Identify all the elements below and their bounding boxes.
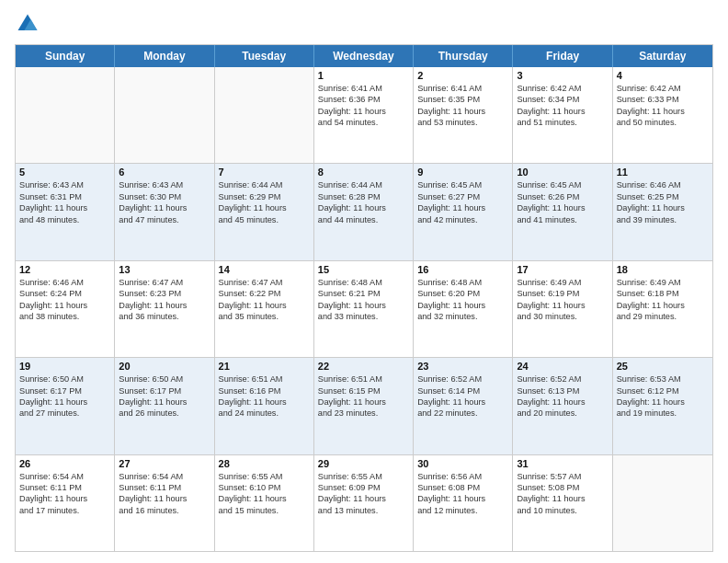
day-number: 16 [417,264,508,275]
calendar-cell-21: 21Sunrise: 6:51 AMSunset: 6:16 PMDayligh… [215,358,314,454]
cell-info-line: Daylight: 11 hours [119,396,210,408]
cell-info-line: Daylight: 11 hours [119,300,210,311]
day-number: 4 [617,70,709,81]
day-number: 23 [417,361,508,372]
logo-icon [15,11,40,37]
cell-info-line: Daylight: 11 hours [219,396,310,408]
cell-info-line: Sunrise: 6:43 AM [119,179,210,190]
cell-info-line: and 15 minutes. [219,505,310,516]
cell-info-line: Sunrise: 6:50 AM [119,373,210,385]
cell-info-line: Daylight: 11 hours [517,202,608,213]
cell-info-line: Sunset: 6:19 PM [517,288,608,299]
header-day-wednesday: Wednesday [314,45,414,67]
cell-info-line: Daylight: 11 hours [318,106,409,117]
calendar-cell-8: 8Sunrise: 6:44 AMSunset: 6:28 PMDaylight… [314,164,414,259]
cell-info-line: and 19 minutes. [617,408,709,419]
cell-info-line: Daylight: 11 hours [517,396,608,408]
calendar-body: 1Sunrise: 6:41 AMSunset: 6:36 PMDaylight… [16,67,712,551]
cell-info-line: and 30 minutes. [517,311,608,322]
cell-info-line: Sunset: 6:30 PM [119,191,210,202]
cell-info-line: Sunset: 6:13 PM [517,385,608,396]
header-day-saturday: Saturday [613,45,712,67]
cell-info-line: Sunrise: 6:44 AM [219,179,310,190]
cell-info-line: and 38 minutes. [19,311,110,322]
cell-info-line: Sunrise: 5:57 AM [517,471,608,482]
day-number: 14 [219,264,310,275]
cell-info-line: and 17 minutes. [19,505,110,516]
cell-info-line: Sunset: 6:23 PM [119,288,210,299]
cell-info-line: Sunset: 6:11 PM [119,482,210,493]
cell-info-line: Daylight: 11 hours [219,202,310,213]
cell-info-line: Sunrise: 6:46 AM [19,277,110,288]
cell-info-line: Sunset: 6:35 PM [417,94,508,105]
calendar-cell-28: 28Sunrise: 6:55 AMSunset: 6:10 PMDayligh… [215,455,314,551]
day-number: 8 [318,167,409,178]
calendar-row-1: 5Sunrise: 6:43 AMSunset: 6:31 PMDaylight… [16,163,712,259]
cell-info-line: and 26 minutes. [119,408,210,419]
cell-info-line: Daylight: 11 hours [19,493,110,504]
cell-info-line: Sunset: 6:20 PM [417,288,508,299]
calendar-cell-5: 5Sunrise: 6:43 AMSunset: 6:31 PMDaylight… [16,164,115,259]
cell-info-line: and 45 minutes. [219,214,310,225]
cell-info-line: Daylight: 11 hours [617,106,709,117]
cell-info-line: and 54 minutes. [318,117,409,128]
cell-info-line: Sunrise: 6:49 AM [517,277,608,288]
cell-info-line: Daylight: 11 hours [517,106,608,117]
cell-info-line: and 13 minutes. [318,505,409,516]
calendar-cell-12: 12Sunrise: 6:46 AMSunset: 6:24 PMDayligh… [16,261,115,357]
cell-info-line: and 36 minutes. [119,311,210,322]
cell-info-line: and 39 minutes. [617,214,709,225]
cell-info-line: and 35 minutes. [219,311,310,322]
day-number: 13 [119,264,210,275]
cell-info-line: Sunrise: 6:41 AM [318,83,409,94]
cell-info-line: and 10 minutes. [517,505,608,516]
cell-info-line: Sunrise: 6:54 AM [119,471,210,482]
logo [15,11,44,37]
cell-info-line: Sunset: 6:26 PM [517,191,608,202]
day-number: 5 [19,167,110,178]
cell-info-line: Sunrise: 6:55 AM [318,471,409,482]
cell-info-line: Sunset: 6:08 PM [417,482,508,493]
cell-info-line: Sunrise: 6:48 AM [318,277,409,288]
cell-info-line: Sunset: 6:31 PM [19,191,110,202]
calendar-cell-empty-4-6 [613,455,712,551]
day-number: 6 [119,167,210,178]
cell-info-line: and 29 minutes. [617,311,709,322]
cell-info-line: Daylight: 11 hours [417,493,508,504]
cell-info-line: Sunrise: 6:44 AM [318,179,409,190]
cell-info-line: Sunrise: 6:43 AM [19,179,110,190]
calendar-cell-25: 25Sunrise: 6:53 AMSunset: 6:12 PMDayligh… [613,358,712,454]
cell-info-line: Daylight: 11 hours [417,202,508,213]
calendar-cell-31: 31Sunrise: 5:57 AMSunset: 5:08 PMDayligh… [513,455,612,551]
cell-info-line: Sunset: 6:10 PM [219,482,310,493]
day-number: 28 [219,458,310,469]
cell-info-line: Sunrise: 6:47 AM [219,277,310,288]
cell-info-line: Sunset: 6:22 PM [219,288,310,299]
calendar-cell-empty-0-1 [115,67,214,163]
header-day-thursday: Thursday [414,45,513,67]
cell-info-line: and 47 minutes. [119,214,210,225]
cell-info-line: Sunset: 6:33 PM [617,94,709,105]
cell-info-line: Sunrise: 6:51 AM [219,373,310,385]
calendar-row-0: 1Sunrise: 6:41 AMSunset: 6:36 PMDaylight… [16,67,712,163]
calendar-cell-9: 9Sunrise: 6:45 AMSunset: 6:27 PMDaylight… [414,164,513,259]
cell-info-line: Daylight: 11 hours [219,300,310,311]
cell-info-line: and 48 minutes. [19,214,110,225]
calendar-header: SundayMondayTuesdayWednesdayThursdayFrid… [16,45,712,67]
calendar-row-3: 19Sunrise: 6:50 AMSunset: 6:17 PMDayligh… [16,357,712,454]
cell-info-line: and 32 minutes. [417,311,508,322]
cell-info-line: Sunrise: 6:52 AM [517,373,608,385]
cell-info-line: Sunrise: 6:53 AM [617,373,709,385]
cell-info-line: and 42 minutes. [417,214,508,225]
day-number: 7 [219,167,310,178]
day-number: 20 [119,361,210,372]
cell-info-line: Sunrise: 6:45 AM [517,179,608,190]
page-header [15,11,713,37]
calendar-cell-11: 11Sunrise: 6:46 AMSunset: 6:25 PMDayligh… [613,164,712,259]
cell-info-line: Sunset: 6:15 PM [318,385,409,396]
cell-info-line: Daylight: 11 hours [417,396,508,408]
cell-info-line: and 20 minutes. [517,408,608,419]
calendar-cell-24: 24Sunrise: 6:52 AMSunset: 6:13 PMDayligh… [513,358,612,454]
header-day-friday: Friday [513,45,612,67]
calendar-cell-22: 22Sunrise: 6:51 AMSunset: 6:15 PMDayligh… [314,358,414,454]
